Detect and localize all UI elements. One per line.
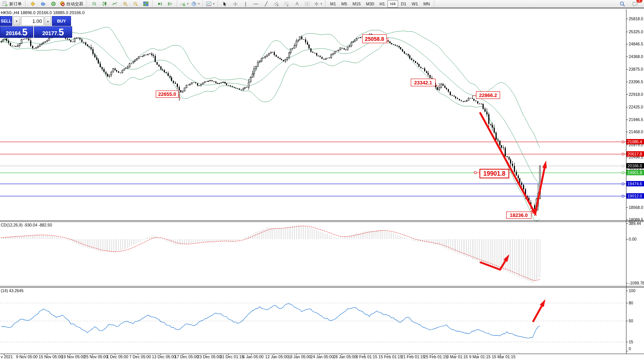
time-axis-label: 15 Feb 01:15 [379, 354, 402, 359]
chart-canvas[interactable] [0, 9, 644, 359]
price-axis-badge: 21085.4 [626, 139, 644, 144]
indicators-button[interactable]: ▼ [179, 0, 190, 8]
vertical-line-tool-button[interactable]: | [240, 0, 251, 8]
zoom-in-icon [123, 1, 128, 6]
dropdown-arrow-icon: ▼ [320, 3, 323, 5]
dropdown-arrow-icon: ▼ [187, 3, 189, 5]
navigator-button[interactable] [48, 0, 58, 8]
line-chart-button[interactable] [110, 0, 120, 8]
price-annotation[interactable]: 23342.1 [411, 79, 436, 86]
tile-windows-icon [143, 1, 148, 6]
price-axis-badge: 19901.8 [626, 170, 644, 175]
price-annotation[interactable]: 25058.8 [362, 34, 387, 43]
auto-scroll-button[interactable] [155, 0, 165, 8]
price-axis-badge: 20166.0 [626, 163, 644, 168]
trendline-tool-button[interactable]: ╱ [261, 0, 271, 8]
data-window-button[interactable] [38, 0, 48, 8]
svg-text:F: F [287, 4, 289, 6]
buy-price-display[interactable]: 20177.5 [34, 26, 72, 38]
time-axis-label: 1 Dec 05:00 [107, 354, 128, 359]
new-order-button[interactable]: 新订单 [1, 0, 24, 8]
text-label-tool-button[interactable]: T [302, 0, 313, 8]
zoom-out-button[interactable] [130, 0, 140, 8]
price-axis-tick: 21946.5 [629, 117, 643, 122]
time-axis-label: 17 Dec 05:00 [174, 354, 198, 359]
horizontal-line-icon: — [253, 2, 258, 6]
timeframe-button-mn[interactable]: MN [421, 0, 433, 8]
toolbar-separator [218, 0, 218, 7]
timeframe-button-m30[interactable]: M30 [363, 0, 377, 8]
time-axis-label: 21 Feb 01:15 [401, 354, 425, 359]
timeframe-button-m5[interactable]: M5 [339, 0, 350, 8]
chart-shift-button[interactable] [165, 0, 175, 8]
buy-button[interactable]: BUY [52, 16, 71, 26]
candlestick-chart-button[interactable] [99, 0, 110, 8]
text-tool-button[interactable]: A [292, 0, 302, 8]
autotrading-label: 自动交易 [66, 1, 84, 7]
price-axis-badge: 19012.0 [626, 193, 644, 199]
line-chart-icon [112, 1, 118, 6]
volume-decrease-button[interactable]: ▼ [13, 16, 20, 26]
candlestick-chart-icon [102, 1, 107, 6]
zoom-in-button[interactable] [120, 0, 130, 8]
crosshair-tool-button[interactable] [230, 0, 240, 8]
indicators-icon [180, 1, 186, 6]
price-annotation[interactable]: 22655.0 [156, 91, 179, 98]
timeframe-button-m1[interactable]: M1 [328, 0, 339, 8]
arrows-tool-button[interactable]: ▼ [313, 0, 324, 8]
cursor-tool-button[interactable] [220, 0, 230, 8]
search-button[interactable] [617, 0, 628, 8]
bar-chart-button[interactable] [89, 0, 99, 8]
time-axis-label: 3 Mar 01:15 [447, 354, 468, 359]
timeframe-button-h4[interactable]: H4 [387, 0, 398, 8]
sell-button[interactable]: SELL [0, 16, 12, 26]
price-annotation[interactable]: 22866.2 [476, 91, 500, 99]
price-axis-tick: 22918.0 [629, 92, 643, 97]
time-axis-label: 9 Feb 01:15 [356, 354, 377, 359]
price-annotation[interactable]: 18236.0 [506, 212, 531, 219]
volume-increase-button[interactable]: ▲ [45, 16, 51, 26]
bar-chart-icon [92, 1, 97, 6]
periods-button[interactable]: ▼ [190, 0, 201, 8]
volume-input[interactable] [21, 16, 44, 26]
price-annotation[interactable]: 19901.8 [479, 169, 509, 178]
fibonacci-icon: F [284, 1, 289, 6]
chart-shift-icon [168, 1, 173, 6]
timeframe-button-w1[interactable]: W1 [409, 0, 421, 8]
timeframe-button-h1[interactable]: H1 [377, 0, 387, 8]
rsi-axis-tick: 15 [629, 340, 633, 344]
new-order-icon [2, 1, 8, 6]
time-axis-label: 19 Nov 05:00 [61, 354, 85, 359]
clock-icon [191, 1, 197, 6]
toolbar-separator [325, 0, 326, 7]
svg-text:E: E [277, 4, 279, 6]
templates-button[interactable]: ▼ [205, 0, 216, 8]
fibonacci-tool-button[interactable]: F [282, 0, 292, 8]
time-axis-label: v 2021 [1, 354, 13, 359]
vertical-line-icon: | [245, 2, 246, 6]
time-axis-label: 12 Jan 05:00 [265, 354, 289, 359]
macd-axis-tick: 0.00 [629, 237, 636, 241]
cursor-icon [223, 2, 228, 6]
zoom-out-icon [133, 1, 138, 6]
toolbar-separator [434, 0, 435, 7]
notification-badge: 1 [636, 0, 642, 3]
time-axis-label: 23 Dec 05:00 [197, 354, 221, 359]
rsi-axis-tick: 80 [629, 301, 633, 305]
autotrading-button[interactable]: 自动交易 [58, 0, 85, 8]
horizontal-line-tool-button[interactable]: — [251, 0, 261, 8]
price-axis-tick: 23396.5 [629, 79, 643, 84]
time-axis-label: 24 Jan 05:00 [311, 354, 334, 359]
price-axis-tick: 22425.0 [629, 105, 643, 109]
time-axis-label: 31 Dec 01:15 [220, 354, 244, 359]
trendline-icon: ╱ [265, 2, 268, 6]
market-watch-button[interactable] [27, 0, 38, 8]
notifications-button[interactable]: 1 [630, 0, 640, 8]
toolbar: 新订单 自动交易 [0, 0, 644, 8]
tile-windows-button[interactable] [140, 0, 151, 8]
channel-tool-button[interactable]: E [271, 0, 282, 8]
timeframe-button-d1[interactable]: D1 [398, 0, 409, 8]
timeframe-button-m15[interactable]: M15 [350, 0, 363, 8]
price-axis-tick: 25325.0 [629, 29, 643, 34]
sell-price-display[interactable]: 20164.5 [0, 26, 33, 38]
